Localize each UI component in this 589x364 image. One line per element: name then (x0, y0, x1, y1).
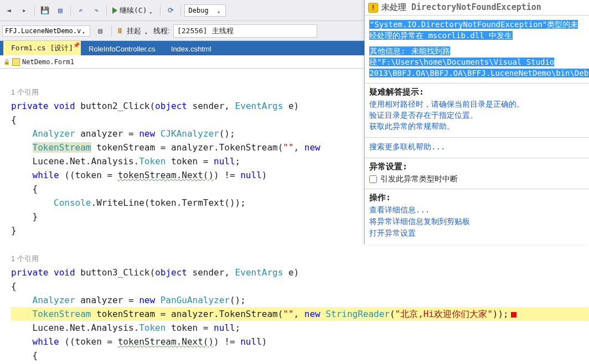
lock-icon: 🔒 (3, 59, 10, 65)
kw: void (54, 267, 75, 278)
copy-details-link[interactable]: 将异常详细信息复制到剪贴板 (369, 217, 585, 227)
code-warn: tokenStream.Next() (118, 336, 214, 347)
suspend-icon: ⏸ (116, 27, 123, 35)
code-text: token = (166, 323, 214, 333)
search-help-link[interactable]: 搜索更多联机帮助... (369, 142, 585, 152)
codelens-ref[interactable]: 1 个引用 (11, 88, 39, 96)
tab-index[interactable]: Index.cshtml (163, 43, 219, 55)
code-text: ) (262, 170, 267, 180)
project-value: FFJ.LuceneNetDemo.v (5, 27, 81, 35)
brace: { (11, 115, 17, 125)
continue-button[interactable]: 继续(C) (110, 6, 157, 15)
exception-title: 未处理 DirectoryNotFoundException (381, 2, 541, 13)
type: Token (139, 323, 166, 333)
exception-info-label[interactable]: 其他信息: (369, 46, 411, 55)
kw: null (240, 170, 262, 180)
code-text: e) (283, 267, 299, 278)
tab-label: Form1.cs [设计] (11, 44, 73, 52)
code-text: , (294, 142, 304, 153)
tab-roleinfo[interactable]: RoleInfoController.cs (81, 43, 163, 55)
brace: } (33, 211, 38, 222)
troubleshoot-title: 疑难解答提示: (369, 87, 585, 97)
code-text: ) (262, 336, 267, 347)
type: EventArgs (235, 101, 283, 111)
save-all-icon[interactable]: ▤ (54, 4, 67, 17)
continue-label: 继续(C) (120, 6, 147, 15)
type: Console (54, 197, 91, 208)
kw: new (304, 309, 321, 319)
code-text: button3_Click( (75, 267, 156, 278)
code-text: button2_Click( (75, 101, 156, 111)
code-text: tokenStream = analyzer.TokenStream( (91, 142, 283, 153)
brace: { (33, 184, 38, 194)
toolbar-icon[interactable]: ▤ (94, 24, 107, 38)
kw: null (214, 323, 235, 333)
brace: { (11, 281, 17, 292)
kw: null (240, 336, 262, 347)
code-text: , (294, 309, 304, 319)
nav-back-icon[interactable]: ◄ (2, 4, 16, 17)
code-text: ) != (214, 336, 240, 347)
kw: while (33, 170, 59, 180)
kw: null (214, 156, 235, 167)
actions-title: 操作: (369, 193, 585, 203)
error-marker-icon[interactable] (511, 312, 516, 318)
code-text: Lucene.Net.Analysis. (33, 156, 140, 167)
type: CJKAnalyzer (161, 128, 219, 139)
pin-icon[interactable]: 📌 (73, 42, 80, 48)
redo-icon[interactable]: ↷ (90, 4, 103, 17)
code-text: ) != (214, 170, 240, 180)
type: Token (139, 156, 166, 167)
class-icon (12, 58, 20, 66)
settings-title: 异常设置: (369, 162, 585, 172)
chevron-down-icon (82, 28, 87, 34)
break-checkbox-input[interactable] (369, 175, 377, 183)
code-warn: tokenStream.Next() (118, 170, 214, 180)
chevron-down-icon (218, 8, 223, 13)
code-text: ( (390, 309, 395, 319)
exception-message[interactable]: "System.IO.DirectoryNotFoundException"类型… (369, 20, 578, 40)
code-text: sender, (187, 101, 235, 111)
refresh-icon[interactable]: ⟳ (164, 4, 177, 17)
kw: void (54, 101, 75, 111)
save-icon[interactable]: 💾 (38, 4, 51, 17)
tab-form1[interactable]: Form1.cs [设计] 📌 (3, 41, 81, 55)
config-dropdown[interactable]: Debug (184, 4, 225, 17)
continue-dd-icon[interactable] (149, 8, 154, 13)
break-checkbox[interactable]: 引发此异常类型时中断 (369, 174, 585, 184)
code-text: tokenStream = analyzer.TokenStream( (91, 309, 283, 319)
kw: new (139, 128, 155, 139)
code-text: analyzer = (75, 295, 140, 305)
kw: private (11, 101, 48, 111)
suspend-label: 挂起 (127, 26, 141, 36)
type: PanGuAnalyzer (161, 295, 230, 305)
code-text: (); (219, 128, 235, 139)
code-text: Lucene.Net.Analysis. (33, 323, 140, 333)
config-value: Debug (188, 7, 208, 14)
class-name: NetDemo.Form1 (22, 58, 74, 66)
view-details-link[interactable]: 查看详细信息... (369, 205, 585, 215)
code-text: ; (235, 156, 241, 167)
chevron-down-icon[interactable] (144, 28, 150, 34)
type: StringReader (326, 309, 390, 319)
code-text: e) (283, 101, 299, 111)
brace: { (33, 350, 38, 361)
code-text: analyzer = (75, 128, 140, 139)
kw: new (139, 295, 155, 305)
tip-link-3[interactable]: 获取此异常的常规帮助。 (369, 122, 585, 132)
play-icon (112, 7, 117, 14)
tip-link-2[interactable]: 验证目录是否存在于指定位置。 (369, 111, 585, 121)
thread-value: [22556] 主线程 (177, 27, 234, 35)
codelens-ref[interactable]: 1 个引用 (11, 254, 39, 263)
nav-fwd-icon[interactable]: ▸ (18, 4, 31, 17)
thread-dropdown[interactable]: [22556] 主线程 (173, 24, 317, 38)
undo-icon[interactable]: ↶ (74, 4, 87, 17)
code-text: token = (166, 156, 214, 167)
type: TokenStream (33, 142, 91, 153)
type: Analyzer (33, 128, 75, 139)
brace: } (11, 225, 17, 236)
tip-link-1[interactable]: 使用相对路径时，请确保当前目录是正确的。 (369, 100, 585, 110)
open-settings-link[interactable]: 打开异常设置 (369, 228, 585, 238)
kw: while (33, 336, 59, 347)
project-dropdown[interactable]: FFJ.LuceneNetDemo.v (2, 25, 90, 37)
